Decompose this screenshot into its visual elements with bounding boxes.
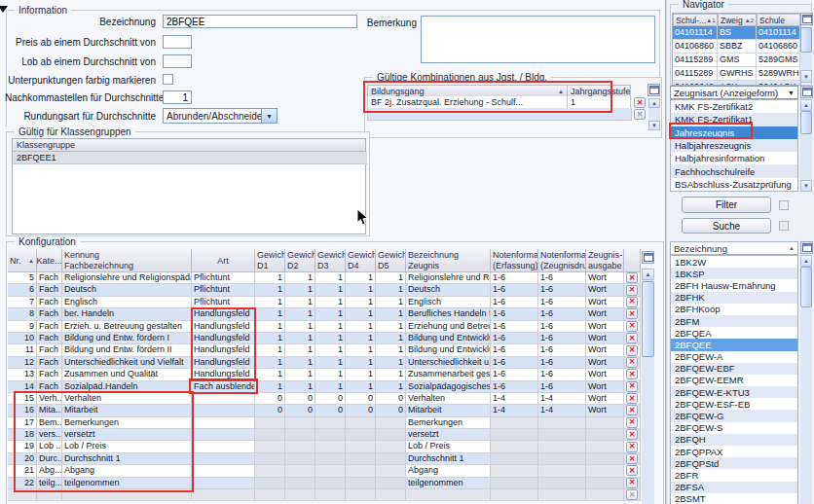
col-header-notenformat-zeugnisdruck[interactable]: Notenformat(Zeugnisdruck) <box>538 249 586 272</box>
cell-notenformat-erfassung[interactable] <box>491 441 538 452</box>
bezeichnung-item[interactable]: 2BFQEW-ESF-EB <box>671 398 797 410</box>
delete-row-button[interactable]: ✕ <box>626 442 638 452</box>
unterpunktung-checkbox[interactable] <box>163 74 173 85</box>
cell-nr[interactable]: 6 <box>8 284 37 296</box>
cell-notenformat-zeugnisdruck[interactable]: 1-6 <box>538 369 586 380</box>
col-header-nr[interactable]: Nr. ▲ <box>8 249 37 272</box>
cell-gewicht-d5[interactable]: 1 <box>376 297 406 308</box>
cell-gewicht-d1[interactable]: 1 <box>255 357 285 369</box>
col-header-gewicht-d3[interactable]: GewichtD3 <box>315 249 346 272</box>
lob-input[interactable] <box>163 54 192 68</box>
cell-gewicht-d1[interactable] <box>255 453 285 465</box>
cell-gewicht-d4[interactable]: 0 <box>346 393 376 405</box>
col-header-kategorie[interactable]: Kate... <box>37 249 62 272</box>
cell-nr[interactable]: 15 <box>8 393 37 405</box>
scrollbar-thumb[interactable] <box>800 111 812 134</box>
cell-gewicht-d5[interactable] <box>376 441 406 452</box>
col-header-zeugnisausgabe[interactable]: Zeugnis-ausgabe <box>586 249 624 272</box>
cell-gewicht-d1[interactable]: 1 <box>255 297 285 308</box>
cell-art[interactable]: Handlungsfeld <box>192 308 255 320</box>
cell-zeugnisausgabe[interactable] <box>586 441 624 452</box>
cell-notenformat-zeugnisdruck[interactable]: 1-4 <box>538 405 586 416</box>
suche-button[interactable]: Suche <box>682 218 771 234</box>
scrollbar-track[interactable] <box>800 134 812 180</box>
cell-kennung[interactable]: Deutsch <box>62 284 192 296</box>
field-chooser-button[interactable] <box>642 251 654 264</box>
cell-art[interactable]: Handlungsfeld <box>192 321 255 333</box>
cell-zeugnisausgabe[interactable]: Wort <box>586 344 624 356</box>
cell-kennung[interactable]: Religionslehre und Religionspädagogik <box>62 272 192 284</box>
klassengruppen-col-header[interactable]: Klassengruppe <box>13 139 365 152</box>
cell-gewicht-d3[interactable]: 0 <box>315 405 346 416</box>
cell-gewicht-d5[interactable] <box>376 478 406 489</box>
cell-gewicht-d2[interactable]: 1 <box>285 344 315 356</box>
field-chooser-button[interactable] <box>800 241 813 254</box>
scrollbar-track[interactable] <box>800 53 812 70</box>
delete-row-button[interactable]: ✕ <box>626 369 638 379</box>
cell-gewicht-d2[interactable] <box>285 417 315 429</box>
cell-kennung[interactable]: Bemerkungen <box>62 417 192 429</box>
bezeichnung-item[interactable]: 2BFR <box>671 469 797 481</box>
cell-notenformat-zeugnisdruck[interactable] <box>538 465 586 477</box>
cell-art[interactable]: Fach ausblenden <box>192 381 255 393</box>
cell-gewicht-d5[interactable]: 1 <box>376 344 406 356</box>
cell-gewicht-d2[interactable] <box>285 429 315 441</box>
cell-notenformat-zeugnisdruck[interactable] <box>538 478 586 489</box>
cell-kennung[interactable]: ber. Handeln <box>62 308 192 320</box>
cell-kennung[interactable]: Abgang <box>62 465 192 477</box>
cell-zeugnisausgabe[interactable]: Wort <box>586 321 624 333</box>
cell-gewicht-d2[interactable]: 1 <box>285 297 315 308</box>
cell-art[interactable]: Pflichtunt <box>192 272 255 284</box>
bezeichnung-item[interactable]: 2BSMT <box>671 493 797 504</box>
cell-nr[interactable]: 5 <box>8 272 37 284</box>
cell-bezeichnung-zeugnis[interactable]: versetzt <box>406 429 491 441</box>
cell-notenformat-zeugnisdruck[interactable]: 1-6 <box>538 321 586 333</box>
cell-gewicht-d4[interactable]: 1 <box>346 381 376 393</box>
delete-row-button[interactable]: ✕ <box>626 381 638 392</box>
cell-nr[interactable]: 8 <box>8 308 37 320</box>
field-chooser-button[interactable] <box>648 84 660 96</box>
cell-art[interactable]: Pflichtunt <box>192 297 255 308</box>
navigator-col-header[interactable]: Zweig▲2 <box>718 14 757 26</box>
cell-nr[interactable]: 22 <box>8 478 37 489</box>
cell-kategorie[interactable]: Lob ... <box>37 441 62 452</box>
cell-kategorie[interactable]: teilg... <box>37 478 62 489</box>
cell-gewicht-d3[interactable] <box>315 441 346 452</box>
cell-bezeichnung-zeugnis[interactable]: Berufliches Handeln f... <box>406 308 491 320</box>
col-header-gewicht-d1[interactable]: GewichtD1 <box>255 249 285 272</box>
cell-art[interactable]: Handlungsfeld <box>192 357 255 369</box>
scroll-down-icon[interactable]: ▼ <box>800 70 812 83</box>
cell-bezeichnung-zeugnis[interactable]: Abgang <box>406 465 491 477</box>
cell-nr[interactable]: 21 <box>8 465 37 477</box>
scrollbar-thumb[interactable] <box>800 267 812 307</box>
delete-row-button[interactable]: ✕ <box>626 357 638 368</box>
cell-zeugnisausgabe[interactable] <box>586 453 624 465</box>
cell-zeugnisausgabe[interactable] <box>586 417 624 429</box>
zeugnisart-item[interactable]: KMK FS-Zertifikat1 <box>671 113 797 126</box>
cell-nr[interactable]: 14 <box>8 381 37 393</box>
cell-notenformat-zeugnisdruck[interactable] <box>538 441 586 452</box>
cell-bezeichnung-zeugnis[interactable]: Durchschnitt 1 <box>406 453 491 465</box>
zeugnisart-item[interactable]: Fachhochschulreife <box>671 164 797 177</box>
cell-kennung[interactable]: Bildung und Entw. fördern II <box>62 344 192 356</box>
delete-row-button[interactable]: ✕ <box>626 453 638 464</box>
cell-art[interactable]: Handlungsfeld <box>192 333 255 344</box>
bezeichnung-item[interactable]: 2BFHKoop <box>671 304 797 315</box>
cell-gewicht-d4[interactable] <box>346 429 376 441</box>
cell-notenformat-zeugnisdruck[interactable] <box>538 453 586 465</box>
cell-kategorie[interactable]: Fach <box>37 333 62 344</box>
cell-kategorie[interactable]: Fach <box>37 297 62 308</box>
cell-gewicht-d4[interactable] <box>346 441 376 452</box>
cell-gewicht-d4[interactable]: 1 <box>346 321 376 333</box>
cell-nr[interactable]: 7 <box>8 297 37 308</box>
cell-gewicht-d5[interactable]: 1 <box>376 333 406 344</box>
cell-nr[interactable]: 10 <box>8 333 37 344</box>
cell-gewicht-d1[interactable] <box>255 465 285 477</box>
cell-notenformat-erfassung[interactable]: 1-6 <box>491 272 538 284</box>
cell-notenformat-zeugnisdruck[interactable]: 1-6 <box>538 333 586 344</box>
cell-gewicht-d1[interactable]: 1 <box>255 344 285 356</box>
cell-gewicht-d4[interactable] <box>346 478 376 489</box>
cell-bezeichnung-zeugnis[interactable]: Bemerkungen <box>406 417 491 429</box>
cell-nr[interactable]: 20 <box>8 453 37 465</box>
cell-gewicht-d2[interactable]: 1 <box>285 321 315 333</box>
